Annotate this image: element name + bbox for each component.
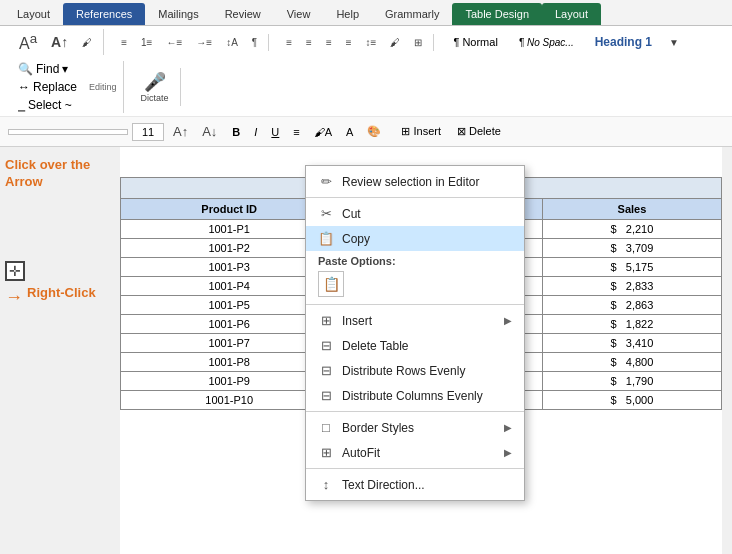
sort-btn[interactable]: ↕A: [221, 34, 243, 51]
ctx-insert-label: Insert: [342, 314, 372, 328]
ctx-review[interactable]: ✏ Review selection in Editor: [306, 169, 524, 194]
tab-mailings[interactable]: Mailings: [145, 3, 211, 25]
insert-label: Insert: [413, 125, 441, 137]
tab-review[interactable]: Review: [212, 3, 274, 25]
tab-grammarly[interactable]: Grammarly: [372, 3, 452, 25]
align-right-btn[interactable]: ≡: [321, 34, 337, 51]
ctx-paste-options: 📋: [306, 269, 524, 301]
tab-view[interactable]: View: [274, 3, 324, 25]
paste-keep-source-btn[interactable]: 📋: [318, 271, 344, 297]
editing-group: 🔍 Find ▾ ↔ Replace ⎯ Select ~ Editing: [8, 61, 124, 113]
tab-help[interactable]: Help: [323, 3, 372, 25]
right-click-row: ✛: [5, 251, 105, 281]
styles-dropdown-btn[interactable]: ▼: [664, 34, 684, 51]
font-group: Aa A↑ 🖌: [8, 29, 104, 55]
show-marks-btn[interactable]: ¶: [247, 34, 262, 51]
right-click-annotation: Right-Click: [27, 285, 96, 302]
binoculars-icon: 🔍: [18, 62, 33, 76]
autofit-icon: ⊞: [318, 445, 334, 460]
table-delete-btn[interactable]: ⊠ Delete: [451, 122, 507, 141]
ribbon-row1: Aa A↑ 🖌 ≡ 1≡ ←≡ →≡ ↕A: [0, 26, 732, 116]
tab-references[interactable]: References: [63, 3, 145, 25]
ctx-delete-table-label: Delete Table: [342, 339, 409, 353]
font-grow-btn[interactable]: A↑: [46, 31, 73, 53]
align-center-btn2[interactable]: ≡: [287, 123, 305, 141]
font-grow-small-btn[interactable]: A↑: [168, 121, 193, 142]
find-replace-area: 🔍 Find ▾ ↔ Replace ⎯ Select ~: [14, 61, 81, 113]
style-nospace[interactable]: ¶ No Spac...: [510, 34, 583, 51]
font-size-btn[interactable]: Aa: [14, 29, 42, 55]
font-color-btn[interactable]: A: [340, 123, 359, 141]
underline-button[interactable]: U: [265, 123, 285, 141]
distribute-cols-icon: ⊟: [318, 388, 334, 403]
borders-btn[interactable]: ⊞: [409, 34, 427, 51]
select-button[interactable]: ⎯ Select ~: [14, 97, 81, 113]
review-icon: ✏: [318, 174, 334, 189]
table-move-handle[interactable]: ✛: [5, 261, 25, 281]
tab-layout2[interactable]: Layout: [542, 3, 601, 25]
select-label: Select ~: [28, 98, 72, 112]
align-right-icon: ≡: [326, 37, 332, 48]
table-insert-btn[interactable]: ⊞ Insert: [395, 122, 447, 141]
copy-icon: 📋: [318, 231, 334, 246]
ctx-review-label: Review selection in Editor: [342, 175, 479, 189]
ctx-copy[interactable]: 📋 Copy: [306, 226, 524, 251]
cut-icon: ✂: [318, 206, 334, 221]
ctx-text-direction-label: Text Direction...: [342, 478, 425, 492]
indent-decrease-btn[interactable]: ←≡: [161, 34, 187, 51]
insert-arrow-icon: ▶: [504, 315, 512, 326]
align-left-btn[interactable]: ≡: [281, 34, 297, 51]
alignment-group: ≡ ≡ ≡ ≡ ↕≡ 🖌 ⊞: [275, 34, 434, 51]
ctx-autofit-label: AutoFit: [342, 446, 380, 460]
ctx-insert[interactable]: ⊞ Insert ▶: [306, 308, 524, 333]
line-spacing-btn[interactable]: ↕≡: [361, 34, 382, 51]
replace-button[interactable]: ↔ Replace: [14, 79, 81, 95]
ribbon-row2: 11 A↑ A↓ B I U ≡ 🖌A A 🎨 ⊞ Insert ⊠ Delet…: [0, 116, 732, 146]
font-size-box[interactable]: 11: [132, 123, 164, 141]
shading-btn2[interactable]: 🎨: [361, 122, 387, 141]
highlight-btn[interactable]: 🖌A: [308, 123, 338, 141]
ctx-distribute-cols[interactable]: ⊟ Distribute Columns Evenly: [306, 383, 524, 408]
borders-icon: ⊞: [414, 37, 422, 48]
ctx-text-direction[interactable]: ↕ Text Direction...: [306, 472, 524, 497]
grow-a-icon: A↑: [173, 124, 188, 139]
ctx-border-styles[interactable]: □ Border Styles ▶: [306, 415, 524, 440]
bullets-icon: ≡: [121, 37, 127, 48]
numbering-icon: 1≡: [141, 37, 152, 48]
replace-label: Replace: [33, 80, 77, 94]
bullets-btn[interactable]: ≡: [116, 34, 132, 51]
indent-increase-btn[interactable]: →≡: [191, 34, 217, 51]
border-styles-icon: □: [318, 420, 334, 435]
ctx-autofit[interactable]: ⊞ AutoFit ▶: [306, 440, 524, 465]
style-heading1[interactable]: Heading 1: [586, 32, 661, 52]
font-icon: Aa: [19, 32, 37, 52]
sort-icon: ↕A: [226, 37, 238, 48]
format-painter-btn[interactable]: 🖌: [77, 34, 97, 51]
tab-layout[interactable]: Layout: [4, 3, 63, 25]
ctx-cut-label: Cut: [342, 207, 361, 221]
font-shrink-btn[interactable]: A↓: [197, 121, 222, 142]
ctx-delete-table[interactable]: ⊟ Delete Table: [306, 333, 524, 358]
numbering-btn[interactable]: 1≡: [136, 34, 157, 51]
font-name-box[interactable]: [8, 129, 128, 135]
style-normal[interactable]: ¶ Normal: [444, 33, 506, 51]
italic-button[interactable]: I: [248, 123, 263, 141]
dictate-button[interactable]: 🎤 Dictate: [136, 68, 174, 106]
ctx-distribute-cols-label: Distribute Columns Evenly: [342, 389, 483, 403]
ctx-distribute-rows[interactable]: ⊟ Distribute Rows Evenly: [306, 358, 524, 383]
tab-table-design[interactable]: Table Design: [452, 3, 542, 25]
ctx-paste-header: Paste Options:: [306, 251, 524, 269]
dictate-group: 🎤 Dictate: [130, 68, 181, 106]
find-button[interactable]: 🔍 Find ▾: [14, 61, 81, 77]
find-arrow-icon: ▾: [62, 62, 68, 76]
ctx-cut[interactable]: ✂ Cut: [306, 201, 524, 226]
replace-icon: ↔: [18, 80, 30, 94]
shading-btn[interactable]: 🖌: [385, 34, 405, 51]
bold-button[interactable]: B: [226, 123, 246, 141]
ctx-distribute-rows-label: Distribute Rows Evenly: [342, 364, 465, 378]
delete-label: Delete: [469, 125, 501, 137]
marks-icon: ¶: [252, 37, 257, 48]
find-label: Find: [36, 62, 59, 76]
align-justify-btn[interactable]: ≡: [341, 34, 357, 51]
align-center-btn[interactable]: ≡: [301, 34, 317, 51]
